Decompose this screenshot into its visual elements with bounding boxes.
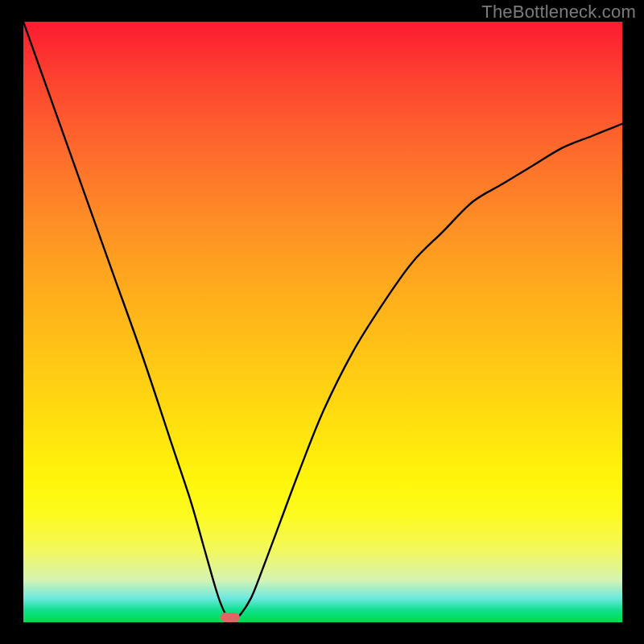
bottleneck-curve — [23, 22, 622, 622]
optimal-marker — [221, 613, 240, 622]
chart-frame: TheBottleneck.com — [0, 0, 644, 644]
watermark-text: TheBottleneck.com — [481, 2, 636, 23]
plot-area — [23, 22, 622, 622]
